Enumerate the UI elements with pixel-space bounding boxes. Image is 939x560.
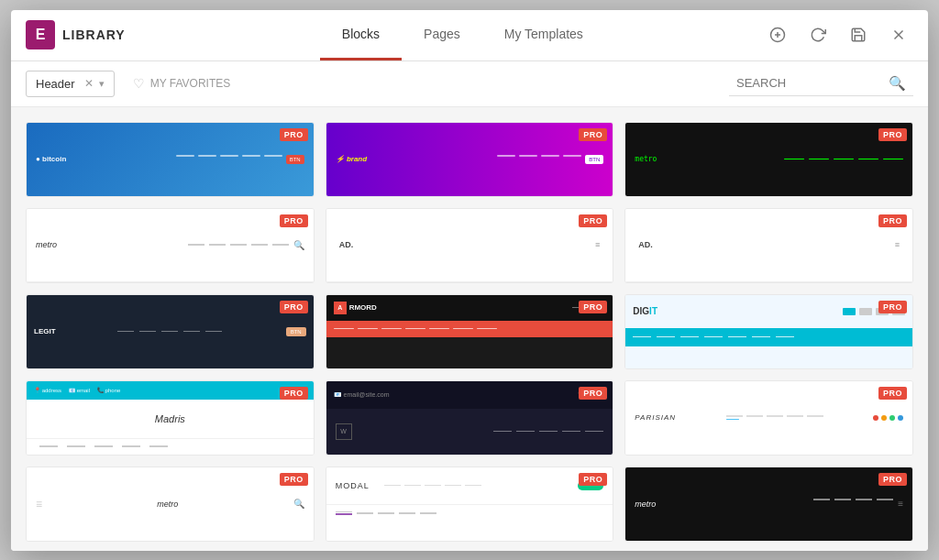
pro-badge: PRO	[878, 387, 907, 400]
template-card[interactable]: metro 🔍	[26, 208, 315, 283]
template-card[interactable]: A RMORD	[326, 294, 614, 369]
pro-badge: PRO	[878, 301, 907, 313]
card-preview: PARISIAN	[625, 381, 912, 455]
card-preview: A RMORD	[326, 295, 613, 368]
elementor-logo-icon: E	[26, 20, 55, 49]
card-preview: ≡ metro 🔍	[27, 467, 314, 541]
preview-nav: AD. ≡	[326, 209, 613, 281]
library-title: LIBRARY	[62, 27, 126, 42]
logo-area: E LIBRARY	[26, 20, 126, 49]
toolbar: Header ✕ ▾ ♡ MY FAVORITES 🔍	[11, 61, 928, 107]
template-card[interactable]: 📧 email@site.com 📞 phone W	[326, 380, 614, 456]
close-button[interactable]	[884, 20, 913, 49]
template-card[interactable]: ● bitcoin BTN PRO	[26, 122, 315, 197]
chevron-down-icon: ▾	[99, 78, 105, 90]
preview-nav: A RMORD	[326, 295, 613, 368]
pro-badge: PRO	[878, 473, 907, 486]
preview-nav: metro ≡	[625, 467, 912, 541]
card-preview: AD. ≡	[326, 209, 613, 282]
pro-badge: PRO	[579, 473, 607, 486]
card-preview: metro 🔍	[27, 209, 314, 282]
template-card[interactable]: PARISIAN	[624, 380, 913, 456]
card-preview: 📍 address 📧 email 📞 phone Madris	[27, 381, 314, 455]
card-preview: LEGIT BTN	[27, 295, 314, 368]
template-card[interactable]: ≡ metro 🔍 PRO	[26, 467, 315, 542]
card-preview: ⚡ brand BTN	[326, 123, 613, 196]
preview-nav: ⚡ brand BTN	[326, 123, 613, 196]
preview-nav: AD. ≡	[625, 209, 912, 281]
library-modal: E LIBRARY Blocks Pages My Templates	[11, 10, 928, 551]
template-card[interactable]: LEGIT BTN PRO	[26, 294, 315, 369]
pro-badge: PRO	[878, 128, 907, 141]
pro-badge: PRO	[579, 387, 607, 400]
tab-pages[interactable]: Pages	[402, 10, 482, 60]
card-preview: DIGIT	[625, 295, 912, 368]
preview-nav: metro 🔍	[27, 209, 314, 281]
refresh-button[interactable]	[803, 20, 833, 49]
template-card[interactable]: DIGIT	[624, 294, 913, 369]
tab-bar: Blocks Pages My Templates	[162, 10, 763, 60]
filter-clear-icon[interactable]: ✕	[84, 77, 94, 90]
pro-badge: PRO	[280, 128, 308, 141]
pro-badge: PRO	[579, 301, 607, 313]
preview-nav: ● bitcoin BTN	[27, 123, 314, 196]
card-preview: ● bitcoin BTN	[27, 123, 314, 196]
card-preview: MODAL	[326, 467, 613, 541]
search-area: 🔍	[729, 71, 913, 96]
template-card[interactable]: AD. ≡ PRO	[326, 208, 614, 283]
pro-badge: PRO	[280, 473, 308, 486]
preview-nav: DIGIT	[625, 295, 912, 368]
card-preview: metro	[625, 123, 912, 196]
filter-dropdown[interactable]: Header ✕ ▾	[26, 71, 115, 97]
preview-nav: 📍 address 📧 email 📞 phone Madris	[27, 381, 314, 455]
preview-nav: LEGIT BTN	[27, 295, 314, 368]
pro-badge: PRO	[280, 387, 308, 400]
preview-nav: ≡ metro 🔍	[27, 467, 314, 541]
search-icon: 🔍	[889, 75, 906, 92]
template-card[interactable]: 📍 address 📧 email 📞 phone Madris	[26, 380, 315, 456]
card-preview: metro ≡	[625, 467, 912, 541]
modal-header: E LIBRARY Blocks Pages My Templates	[11, 10, 928, 61]
tab-my-templates[interactable]: My Templates	[482, 10, 605, 60]
favorites-button[interactable]: ♡ MY FAVORITES	[126, 71, 238, 96]
favorites-label: MY FAVORITES	[150, 77, 231, 90]
preview-nav: PARISIAN	[625, 381, 912, 455]
pro-badge: PRO	[280, 301, 308, 313]
template-grid: ● bitcoin BTN PRO	[26, 122, 913, 542]
template-card[interactable]: metro ≡ PRO	[624, 467, 913, 542]
preview-nav: MODAL	[326, 467, 613, 541]
save-button[interactable]	[844, 20, 873, 49]
template-card[interactable]: metro PRO	[624, 122, 913, 197]
preview-nav: 📧 email@site.com 📞 phone W	[326, 381, 613, 455]
search-input[interactable]	[736, 76, 883, 90]
card-preview: AD. ≡	[625, 209, 912, 282]
heart-icon: ♡	[133, 76, 145, 91]
upload-button[interactable]	[763, 20, 792, 49]
header-actions	[763, 20, 913, 49]
template-card[interactable]: AD. ≡ PRO	[624, 208, 913, 283]
preview-nav: metro	[625, 123, 912, 196]
pro-badge: PRO	[878, 214, 907, 227]
pro-badge: PRO	[280, 214, 308, 227]
filter-label: Header	[36, 77, 75, 91]
content-area: ● bitcoin BTN PRO	[11, 107, 928, 551]
card-preview: 📧 email@site.com 📞 phone W	[326, 381, 613, 455]
pro-badge: PRO	[579, 128, 607, 141]
tab-blocks[interactable]: Blocks	[320, 10, 402, 60]
modal-overlay: E LIBRARY Blocks Pages My Templates	[0, 0, 939, 560]
template-card[interactable]: ⚡ brand BTN PRO	[326, 122, 614, 197]
pro-badge: PRO	[579, 214, 607, 227]
template-card[interactable]: MODAL	[326, 467, 614, 542]
